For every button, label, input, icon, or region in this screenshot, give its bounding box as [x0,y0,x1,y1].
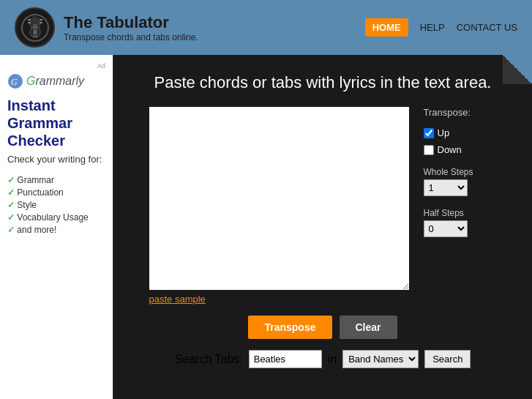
whole-steps-select[interactable]: 1 2 3 4 5 [424,179,468,196]
search-button[interactable]: Search [424,350,471,368]
clear-button[interactable]: Clear [340,316,397,339]
logo-text: The Tabulator Transpose chords and tabs … [64,13,198,42]
whole-steps-label: Whole Steps [424,167,497,177]
down-checkbox-row: Down [424,144,497,155]
header: The Tabulator Transpose chords and tabs … [0,0,532,55]
search-input[interactable] [249,350,322,368]
site-subtitle: Transpose chords and tabs online. [64,32,198,42]
up-checkbox[interactable] [424,128,434,138]
ad-feature-2: Punctuation [7,187,105,198]
ad-feature-5: and more! [7,225,105,235]
logo-area: The Tabulator Transpose chords and tabs … [15,7,198,48]
buttons-row: Transpose Clear [248,316,397,339]
half-steps-row: Half Steps 0 1 2 3 [424,208,497,237]
svg-rect-6 [28,22,31,23]
up-checkbox-row: Up [424,127,497,138]
chords-textarea[interactable] [149,107,409,290]
nav-home[interactable]: HOME [365,18,408,37]
ad-content: Ad G Grammarly Instant Grammar Checker C… [4,59,109,241]
down-checkbox[interactable] [424,145,434,155]
nav: HOME HELP CONTACT US [365,18,517,37]
half-steps-select[interactable]: 0 1 2 3 [424,220,468,237]
transpose-label: Transpose: [424,107,497,118]
search-row: Search Tabs: in Band Names Song Names Ar… [175,350,471,368]
logo-icon [15,7,55,48]
ad-badge: Ad [7,62,105,70]
ad-features: Grammar Punctuation Style Vocabulary Usa… [7,175,105,235]
transpose-button[interactable]: Transpose [248,316,331,339]
search-in-label: in [328,353,337,366]
main-wrapper: Ad G Grammarly Instant Grammar Checker C… [0,55,532,399]
nav-help[interactable]: HELP [420,22,445,33]
sidebar-ad: Ad G Grammarly Instant Grammar Checker C… [0,55,113,399]
search-category-select[interactable]: Band Names Song Names Artist Names [342,350,419,368]
svg-text:G: G [11,77,18,87]
site-title: The Tabulator [64,13,198,32]
whole-steps-row: Whole Steps 1 2 3 4 5 [424,167,497,196]
content-area: Paste chords or tabs with lyrics in the … [113,55,532,399]
nav-contact[interactable]: CONTACT US [457,22,517,33]
ad-feature-3: Style [7,200,105,210]
ad-feature-4: Vocabulary Usage [7,212,105,223]
page-title: Paste chords or tabs with lyrics in the … [154,73,492,92]
ad-headline: Instant Grammar Checker [7,97,105,149]
textarea-col: paste sample [149,107,409,305]
transpose-panel: Transpose: Up Down Whole Steps 1 2 3 4 [424,107,497,305]
svg-rect-7 [40,22,42,23]
search-tabs-label: Search Tabs: [175,353,243,366]
paste-sample-link[interactable]: paste sample [149,294,409,305]
up-label: Up [438,127,450,138]
ad-brand: Grammarly [26,75,84,88]
ad-logo: G Grammarly [7,73,105,89]
editor-row: paste sample Transpose: Up Down Whole St… [135,107,510,305]
svg-rect-4 [28,19,31,20]
ad-subtext: Check your writing for: [7,153,105,166]
svg-rect-5 [40,19,42,20]
down-label: Down [438,144,462,155]
half-steps-label: Half Steps [424,208,497,218]
ad-feature-1: Grammar [7,175,105,185]
